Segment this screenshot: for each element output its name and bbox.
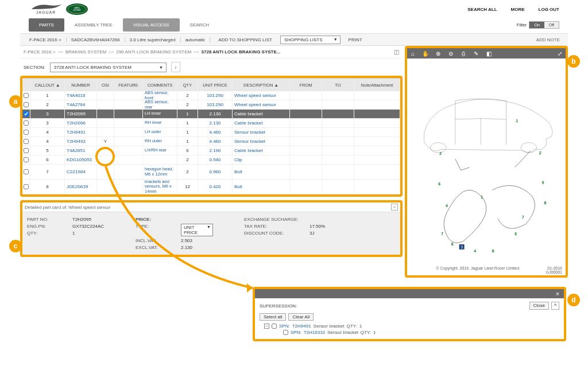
table-row[interactable]: 3T2H2096RH inner12.130Cable bracket [22, 119, 400, 128]
col-osi[interactable]: OSI [97, 79, 114, 91]
hand-icon[interactable]: ✋ [422, 50, 429, 57]
svg-text:7: 7 [441, 232, 443, 236]
cell-number[interactable]: T2H2096 [65, 119, 97, 127]
row-checkbox[interactable] [24, 120, 29, 126]
col-qty[interactable]: QTY [177, 79, 198, 91]
detail-expand-button[interactable]: ^ [391, 204, 398, 211]
select-all-button[interactable]: Select all [260, 313, 286, 321]
tree-part-number[interactable]: T2H9491 [292, 324, 311, 329]
col-unit-price[interactable]: UNIT PRICE [198, 79, 233, 91]
table-row[interactable]: 4T2H9492YRH outer14.460Sensor bracket [22, 137, 400, 146]
row-checkbox[interactable] [24, 139, 29, 144]
tree-row[interactable]: −SPN:T2H9491Sensor bracketQTY:1 [264, 323, 559, 329]
col-callout[interactable]: CALLOUT ▲ [30, 79, 65, 91]
table-row[interactable]: 2T4A2784ABS sensor, rear2103.290Wheel sp… [22, 100, 400, 110]
row-checkbox[interactable] [24, 157, 29, 162]
popup-close-icon[interactable]: × [554, 290, 562, 297]
jaguar-logo: JAGUAR [29, 2, 63, 16]
book-icon[interactable]: ◫ [394, 49, 399, 55]
col-from[interactable]: FROM [290, 79, 322, 91]
col-note[interactable]: Note/Attachment [354, 79, 400, 91]
cell-comments: RH inner [143, 119, 177, 127]
row-checkbox[interactable] [24, 130, 29, 135]
print-button[interactable]: PRINT [344, 37, 367, 42]
cell-qty: 6 [177, 146, 198, 155]
cell-number[interactable]: T2H9492 [65, 137, 97, 146]
shopping-lists-select[interactable]: SHOPPING LISTS [280, 36, 341, 44]
bc-vehicle[interactable]: F-PACE 2016 > [24, 49, 56, 54]
svg-text:3: 3 [461, 245, 463, 249]
bc-current: 3728 ANTI LOCK BRAKING SYSTE... [202, 49, 281, 54]
svg-text:2: 2 [539, 151, 541, 155]
tree-part-number[interactable]: T2H16310 [304, 330, 325, 335]
cell-number[interactable]: T2H2095 [65, 110, 97, 118]
popup-collapse-button[interactable]: ^ [551, 302, 559, 310]
popup-close-button[interactable]: Close [529, 302, 549, 310]
cell-callout: 2 [30, 100, 65, 109]
row-checkbox[interactable] [24, 184, 29, 189]
row-checkbox[interactable] [24, 102, 29, 107]
tree-qty-value: 1 [359, 324, 362, 329]
col-to[interactable]: TO [322, 79, 354, 91]
tree-checkbox[interactable] [283, 330, 288, 335]
col-number[interactable]: NUMBER [65, 79, 97, 91]
vehicle-link[interactable]: F-PACE 2016 > [25, 37, 67, 42]
cell-number[interactable]: C2Z1984 [65, 165, 97, 179]
cell-qty: 2 [177, 100, 198, 109]
annotation-a: a [9, 95, 22, 108]
row-checkbox[interactable] [24, 111, 29, 116]
tab-visual-access[interactable]: VISUAL ACCESS [123, 18, 180, 32]
tab-search[interactable]: SEARCH [180, 18, 219, 32]
diagram-viewer[interactable]: 1 2 5 8 1 6 4 7 8 4 8 7 6 2 [407, 59, 566, 265]
col-feature[interactable]: FEATURE [114, 79, 143, 91]
cell-description: Sensor bracket [233, 128, 290, 137]
section-select[interactable]: 3728 ANTI LOCK BRAKING SYSTEM [50, 63, 167, 72]
table-row[interactable]: 6KDG10505320.540Clip [22, 155, 400, 165]
supersession-popup: × SUPERSESSION: Close ^ Select all Clear… [253, 287, 566, 341]
bc-system[interactable]: BRAKING SYSTEM [65, 49, 106, 54]
filter-on-button[interactable]: On [529, 22, 544, 28]
cell-number[interactable]: T2H9491 [65, 128, 97, 137]
logout-link[interactable]: LOG OUT [539, 7, 559, 12]
tree-row[interactable]: SPN:T2H16310Sensor bracketQTY:1 [264, 329, 559, 336]
filter-toggle: Filter On Off [517, 21, 559, 29]
search-all-link[interactable]: SEARCH ALL [467, 7, 497, 12]
col-description[interactable]: DESCRIPTION ▲ [233, 79, 290, 91]
engine-value: 3.0 Litre supercharged [125, 37, 181, 42]
tree-toggle-icon[interactable]: − [264, 324, 269, 329]
clear-all-button[interactable]: Clear All [288, 313, 314, 321]
section-next-button[interactable]: › [171, 62, 180, 72]
tree-qty-label: QTY: [361, 330, 371, 335]
cell-number[interactable]: T4A2851 [65, 146, 97, 155]
erase-icon[interactable]: ◧ [485, 50, 492, 57]
cell-description: Cable bracket [233, 110, 290, 118]
bc-group[interactable]: 290 ANTI LOCK BRAKING SYSTEM [116, 49, 191, 54]
tab-parts[interactable]: PARTS [29, 18, 64, 32]
home-icon[interactable]: ⌂ [409, 50, 416, 57]
table-row[interactable]: 5T4A2851LH/RH rear62.190Cable bracket [22, 146, 400, 155]
filter-off-button[interactable]: Off [544, 22, 559, 28]
print-icon[interactable]: ⎙ [460, 50, 467, 57]
cell-number[interactable]: JDE20639 [65, 180, 97, 194]
cell-number[interactable]: KDG105053 [65, 155, 97, 164]
cell-number[interactable]: T4A2784 [65, 100, 97, 109]
row-checkbox[interactable] [24, 148, 29, 153]
tree-spn-label: SPN: [291, 330, 301, 335]
pin-icon[interactable]: ✎ [473, 50, 479, 57]
more-link[interactable]: MORE [511, 7, 525, 12]
table-row[interactable]: 3T2H2095LH inner12.130Cable bracket [22, 110, 400, 119]
cell-number[interactable]: T4A4018 [65, 91, 97, 100]
add-note-button[interactable]: ADD NOTE [536, 37, 563, 42]
col-checkbox[interactable] [22, 79, 30, 91]
add-shopping-button[interactable]: ADD TO SHOPPING LIST [210, 37, 277, 42]
table-row[interactable]: 4T2H9491LH outer14.460Sensor bracket [22, 128, 400, 137]
zoom-in-icon[interactable]: ⊕ [435, 50, 442, 57]
zoom-out-icon[interactable]: ⊖ [447, 50, 454, 57]
col-comments[interactable]: COMMENTS [143, 79, 177, 91]
tab-assembly-tree[interactable]: ASSEMBLY TREE [64, 18, 123, 32]
row-checkbox[interactable] [24, 169, 29, 174]
expand-icon[interactable]: ⤢ [556, 50, 563, 57]
table-row[interactable]: 1T4A4018ABS sensor, front2103.290Wheel s… [22, 91, 400, 100]
tree-checkbox[interactable] [272, 324, 277, 329]
row-checkbox[interactable] [24, 93, 29, 98]
